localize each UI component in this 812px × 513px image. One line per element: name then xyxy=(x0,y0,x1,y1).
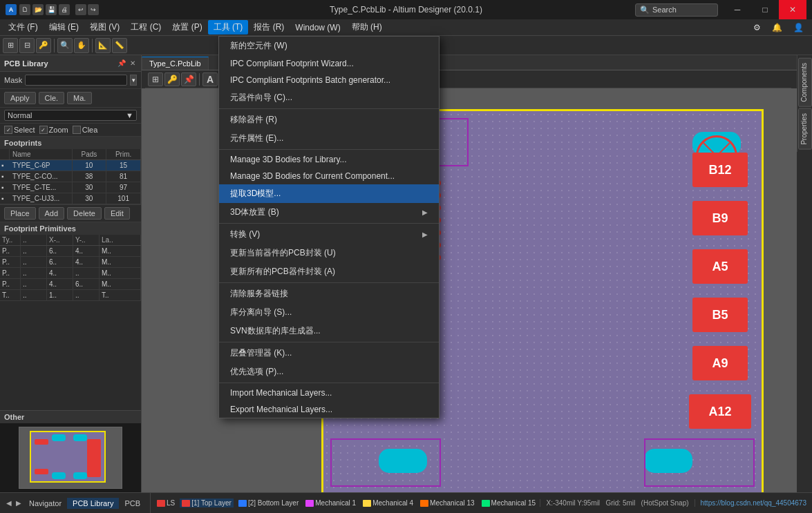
print-icon[interactable]: 🖨 xyxy=(59,4,70,15)
menu-convert[interactable]: 转换 (V) ▶ xyxy=(219,225,439,244)
menu-export-mech[interactable]: Export Mechanical Layers... xyxy=(219,401,439,418)
check-select[interactable]: ✓ Select xyxy=(4,126,35,134)
mag-button[interactable]: Ma. xyxy=(67,92,92,104)
tb-btn-3[interactable]: 🔑 xyxy=(36,38,51,53)
primitives-header[interactable]: Footprint Primitives xyxy=(0,222,141,235)
footprint-row-2[interactable]: ▪ TYPE_C-TE... 30 97 xyxy=(0,182,141,193)
clea-checkbox[interactable] xyxy=(73,126,81,134)
footprint-row-3[interactable]: ▪ TYPE_C-UJ3... 30 101 xyxy=(0,193,141,204)
panel-close-icon[interactable]: ✕ xyxy=(129,59,137,67)
layer-mech13[interactable]: Mechanical 13 xyxy=(418,499,476,507)
ct-btn-text[interactable]: A xyxy=(202,72,218,86)
menu-comp-wizard[interactable]: 元器件向导 (C)... xyxy=(219,88,439,107)
ct-btn-zoom-fit[interactable]: ⊞ xyxy=(148,72,163,86)
select-checkbox[interactable]: ✓ xyxy=(4,126,12,134)
ct-btn-pin[interactable]: 📌 xyxy=(181,72,196,86)
ct-btn-key[interactable]: 🔑 xyxy=(164,72,180,86)
tb-btn-4[interactable]: 📐 xyxy=(95,38,111,53)
primitive-row-0[interactable]: P.. .. 6.. 4.. M.. xyxy=(0,246,141,257)
rs-tab-properties[interactable]: Properties xyxy=(798,108,812,150)
new-icon[interactable]: 🗋 xyxy=(19,4,30,15)
layer-mech4[interactable]: Mechanical 4 xyxy=(361,499,415,507)
panel-pin-icon[interactable]: 📌 xyxy=(116,59,127,67)
undo-icon[interactable]: ↩ xyxy=(75,4,86,15)
menu-svn-gen[interactable]: SVN数据库的库生成器... xyxy=(219,322,439,340)
check-clea[interactable]: Clea xyxy=(73,126,98,134)
menu-view[interactable]: 视图 (V) xyxy=(84,20,125,35)
mask-dropdown[interactable]: ▼ xyxy=(130,75,137,86)
menu-clear-server[interactable]: 清除服务器链接 xyxy=(219,284,439,303)
notification-icon[interactable]: 🔔 xyxy=(766,21,788,34)
check-zoom[interactable]: ✓ Zoom xyxy=(39,126,68,134)
menu-tools[interactable]: 工具 (T) xyxy=(208,20,249,35)
footprint-row-0[interactable]: ▪ TYPE_C-6P 10 15 xyxy=(0,160,141,171)
primitive-row-2[interactable]: P.. .. 4.. .. M.. xyxy=(0,268,141,279)
menu-extract-3d[interactable]: 提取3D模型... xyxy=(219,184,439,203)
pt-y-1: 4.. xyxy=(73,257,100,267)
layer-mech15[interactable]: Mechanical 15 xyxy=(480,499,538,507)
add-button[interactable]: Add xyxy=(39,207,65,220)
primitive-row-4[interactable]: T.. .. 1.. .. T.. xyxy=(0,290,141,301)
mask-input[interactable] xyxy=(25,75,127,86)
layer-ls[interactable]: LS xyxy=(155,499,177,507)
nav-tab-pcblib[interactable]: PCB Library xyxy=(67,498,119,509)
menu-update-all[interactable]: 更新所有的PCB器件封装 (A) xyxy=(219,262,439,281)
zoom-checkbox[interactable]: ✓ xyxy=(39,126,48,134)
menu-edit[interactable]: 编辑 (E) xyxy=(44,20,84,35)
menu-remove[interactable]: 移除器件 (R) xyxy=(219,110,439,129)
title-search[interactable]: 🔍 Search xyxy=(635,3,718,17)
settings-icon[interactable]: ⚙ xyxy=(748,21,766,34)
edit-button[interactable]: Edit xyxy=(104,207,130,220)
tb-btn-2[interactable]: ⊟ xyxy=(19,38,35,53)
menu-ipc-wizard[interactable]: IPC Compliant Footprint Wizard... xyxy=(219,55,439,72)
primitive-row-3[interactable]: P.. .. 4.. 6.. M.. xyxy=(0,279,141,290)
rs-tab-components[interactable]: Components xyxy=(798,58,812,107)
redo-icon[interactable]: ↪ xyxy=(88,4,99,15)
user-icon[interactable]: 👤 xyxy=(788,21,809,34)
close-button[interactable]: ✕ xyxy=(779,0,806,19)
menu-comp-props[interactable]: 元件属性 (E)... xyxy=(219,129,439,148)
dm-sep-4 xyxy=(219,282,439,283)
nav-tab-pcb[interactable]: PCB xyxy=(119,498,146,509)
menu-ipc-batch[interactable]: IPC Compliant Footprints Batch generator… xyxy=(219,72,439,88)
menu-place[interactable]: 放置 (P) xyxy=(167,20,207,35)
nav-next-btn[interactable]: ▶ xyxy=(14,498,23,508)
primitive-row-1[interactable]: P.. .. 6.. 4.. M.. xyxy=(0,257,141,268)
menu-project[interactable]: 工程 (C) xyxy=(125,20,167,35)
clear-button[interactable]: Cle. xyxy=(39,92,65,104)
tb-btn-1[interactable]: ⊞ xyxy=(3,38,18,53)
menu-stack-manager[interactable]: 层叠管理器 (K)... xyxy=(219,344,439,362)
menu-manage-3d-lib[interactable]: Manage 3D Bodies for Library... xyxy=(219,151,439,168)
maximize-button[interactable]: □ xyxy=(751,0,779,19)
tb-btn-zoom[interactable]: 🔍 xyxy=(57,38,73,53)
normal-select[interactable]: Normal ▼ xyxy=(4,110,137,121)
url-bar[interactable]: https://blog.csdn.net/qq_44504673 xyxy=(695,499,812,507)
menu-3d-place[interactable]: 3D体放置 (B) ▶ xyxy=(219,203,439,222)
tb-btn-pan[interactable]: ✋ xyxy=(74,38,89,53)
menu-manage-3d-curr[interactable]: Manage 3D Bodies for Current Component..… xyxy=(219,168,439,184)
tb-btn-5[interactable]: 📏 xyxy=(112,38,127,53)
menu-help[interactable]: 帮助 (H) xyxy=(346,20,388,35)
menu-window[interactable]: Window (W) xyxy=(290,21,346,34)
place-button[interactable]: Place xyxy=(4,207,36,220)
save-icon[interactable]: 💾 xyxy=(46,4,57,15)
menu-file[interactable]: 文件 (F) xyxy=(3,20,44,35)
menu-report[interactable]: 报告 (R) xyxy=(248,20,290,35)
menu-import-mech[interactable]: Import Mechanical Layers... xyxy=(219,385,439,401)
menu-update-current[interactable]: 更新当前器件的PCB封装 (U) xyxy=(219,244,439,262)
layer-mech1[interactable]: Mechanical 1 xyxy=(303,499,358,507)
delete-button[interactable]: Delete xyxy=(67,207,102,220)
apply-button[interactable]: Apply xyxy=(4,92,36,104)
layer-top[interactable]: [1] Top Layer xyxy=(180,499,234,507)
menu-preferences[interactable]: 优先选项 (P)... xyxy=(219,362,439,381)
layer-bottom[interactable]: [2] Bottom Layer xyxy=(236,499,301,507)
footprint-row-1[interactable]: ▪ TYPE_C-CO... 38 81 xyxy=(0,171,141,182)
minimize-button[interactable]: ─ xyxy=(724,0,751,19)
nav-tab-navigator[interactable]: Navigator xyxy=(23,498,67,509)
tab-pcblib[interactable]: Type_C.PcbLib xyxy=(142,57,209,70)
menu-new-empty[interactable]: 新的空元件 (W) xyxy=(219,37,439,55)
open-icon[interactable]: 📂 xyxy=(32,4,44,15)
menu-lib-split[interactable]: 库分离向导 (S)... xyxy=(219,303,439,322)
nav-prev-btn[interactable]: ◀ xyxy=(4,498,14,508)
other-header[interactable]: Other xyxy=(0,411,141,423)
